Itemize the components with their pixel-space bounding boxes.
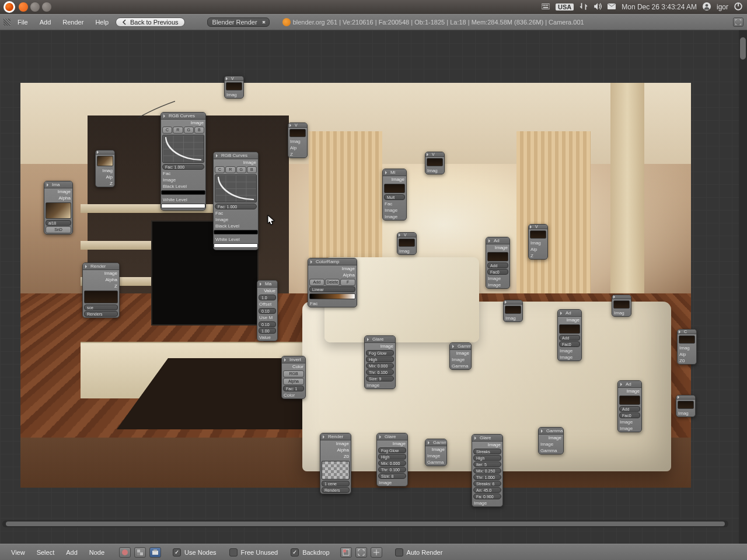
node-render-layers-1[interactable]: Render Image Alpha Z sce Renders: [82, 262, 120, 318]
socket-image2[interactable]: Image: [618, 425, 641, 432]
socket-image[interactable]: Image: [486, 244, 509, 251]
fade-slider[interactable]: Fa: 0.900: [473, 494, 501, 499]
socket-gamma[interactable]: Gamma: [425, 459, 446, 466]
auto-render-checkbox[interactable]: [395, 548, 403, 556]
menu-add-bottom[interactable]: Add: [62, 548, 82, 557]
socket-fac[interactable]: Fac: [214, 210, 258, 216]
size-slider[interactable]: Size: 8: [378, 473, 406, 479]
node-viewer-5[interactable]: V Imag Alp Z: [528, 224, 548, 260]
blend-mode[interactable]: Add: [487, 262, 508, 268]
thr-slider[interactable]: Thr: 0.100: [366, 369, 394, 375]
thr-slider[interactable]: Thr: 1.000: [473, 474, 501, 480]
socket-alpha[interactable]: Alpha: [83, 276, 119, 283]
blend-mode[interactable]: Add: [619, 406, 640, 412]
fac-slider[interactable]: Fac: 1.000: [162, 164, 204, 170]
socket-alpha[interactable]: Alp: [678, 351, 696, 358]
socket-image[interactable]: Image: [618, 388, 641, 394]
white-swatch[interactable]: [214, 243, 258, 248]
blend-mode[interactable]: Add: [559, 335, 580, 341]
socket-color[interactable]: Color: [282, 363, 305, 370]
keyboard-indicator-icon[interactable]: [542, 2, 550, 12]
free-unused-checkbox[interactable]: [229, 548, 238, 556]
socket-value[interactable]: Value: [257, 288, 277, 294]
socket-image[interactable]: Image: [472, 442, 502, 448]
mail-icon[interactable]: [608, 2, 616, 12]
iter-slider[interactable]: Iter: 5: [473, 461, 501, 467]
mix-slider[interactable]: Mix: 0.250: [473, 468, 501, 474]
username[interactable]: igor: [717, 3, 728, 11]
socket-z[interactable]: Z: [83, 283, 119, 289]
layer-select[interactable]: Renders: [322, 487, 350, 493]
backdrop-fit-icon[interactable]: [355, 547, 367, 558]
node-viewer-small-1[interactable]: Imag Alp Z: [95, 150, 115, 187]
node-glare-3[interactable]: Glare Image Streaks High Iter: 5 Mix: 0.…: [472, 434, 503, 507]
socket-image[interactable]: Image: [365, 343, 395, 349]
offset-field[interactable]: 0.10: [259, 308, 276, 314]
socket-image[interactable]: Imag: [96, 167, 114, 174]
ramp-flip[interactable]: F: [340, 279, 355, 286]
socket-image[interactable]: Imag: [529, 240, 547, 246]
node-image[interactable]: Ima Image Alpha al18 SnD: [44, 181, 73, 235]
node-viewer-6[interactable]: Imag: [503, 300, 523, 322]
socket-alpha[interactable]: Alp: [96, 174, 114, 180]
ramp-delete[interactable]: Delete: [325, 279, 340, 286]
node-viewer-1[interactable]: V Imag: [224, 76, 244, 99]
max-field[interactable]: 1.00: [259, 328, 276, 334]
socket-image[interactable]: Image: [83, 270, 119, 276]
window-close-button[interactable]: [19, 2, 28, 12]
socket-image[interactable]: Image: [425, 446, 446, 453]
glare-type[interactable]: Fog Glow: [366, 350, 394, 356]
socket-black[interactable]: Black Level: [214, 223, 258, 229]
socket-color-in[interactable]: Color: [282, 392, 305, 398]
node-glare-1[interactable]: Glare Image Fog Glow High Mix: 0.000 Thr…: [364, 335, 396, 389]
thr-slider[interactable]: Thr: 0.100: [378, 467, 406, 473]
network-icon[interactable]: [580, 2, 588, 12]
node-render-layers-2[interactable]: Render Image Alpha Z0 1 cene Renders: [320, 433, 351, 494]
scene-select[interactable]: sce: [84, 304, 118, 310]
socket-image-in[interactable]: Image: [450, 356, 471, 363]
menu-node[interactable]: Node: [85, 548, 109, 557]
socket-z[interactable]: Z0: [320, 453, 351, 460]
menu-help[interactable]: Help: [90, 18, 113, 27]
socket-fac[interactable]: Fac: [308, 300, 357, 307]
back-to-previous-button[interactable]: Back to Previous: [116, 18, 185, 27]
socket-image[interactable]: Image: [44, 188, 72, 195]
ubuntu-logo-icon[interactable]: [4, 1, 15, 13]
black-swatch[interactable]: [214, 230, 258, 235]
node-mix-multiply[interactable]: Mi Image Mult Fac Image Image: [382, 169, 407, 220]
socket-alpha[interactable]: Alp: [288, 145, 307, 151]
socket-image[interactable]: Image: [377, 440, 407, 447]
socket-image-in[interactable]: Image: [539, 441, 563, 447]
socket-z[interactable]: Z: [529, 253, 547, 259]
node-gamma-3[interactable]: Gamma Image Image Gamma: [538, 427, 564, 454]
socket-image1[interactable]: Image: [383, 207, 406, 214]
node-rgb-curves-2[interactable]: RGB Curves Image CRGB Fac: 1.000 Fac Ima…: [213, 152, 259, 250]
socket-fac[interactable]: Fac: [383, 201, 406, 207]
node-mix-add-2[interactable]: Ad Image Add Fac0 Image Image: [557, 309, 582, 361]
alpha-toggle[interactable]: Alpha: [283, 378, 304, 385]
size-field[interactable]: 1.0: [259, 295, 276, 300]
socket-image-in[interactable]: Image: [214, 216, 258, 223]
socket-z[interactable]: Z0: [678, 358, 696, 364]
window-minimize-button[interactable]: [30, 2, 40, 12]
node-viewer-2[interactable]: V Imag Alp Z: [288, 123, 308, 158]
interp-select[interactable]: Linear: [309, 286, 355, 292]
menu-add[interactable]: Add: [35, 18, 56, 27]
power-icon[interactable]: [734, 2, 742, 12]
socket-white[interactable]: White Level: [161, 197, 205, 203]
user-icon[interactable]: [703, 2, 711, 12]
menu-file[interactable]: File: [13, 18, 33, 27]
socket-value-in[interactable]: Value: [257, 334, 277, 341]
ramp-gradient[interactable]: [309, 293, 355, 299]
node-rgb-curves-1[interactable]: RGB Curves Image CRGB Fac: 1.000 Fac Ima…: [160, 112, 206, 211]
image-select[interactable]: al18: [46, 220, 71, 226]
use-nodes-checkbox[interactable]: [173, 548, 181, 556]
mix-slider[interactable]: Mix: 0.000: [366, 363, 394, 369]
curve-widget[interactable]: [215, 174, 257, 202]
fac-slider[interactable]: Fac: 1.000: [215, 204, 257, 209]
tree-type-texture-icon[interactable]: [134, 547, 146, 558]
socket-image[interactable]: Image: [308, 265, 357, 272]
socket-image[interactable]: Image: [214, 159, 258, 166]
scene-select[interactable]: 1 cene: [322, 481, 350, 487]
window-maximize-button[interactable]: [42, 2, 51, 12]
